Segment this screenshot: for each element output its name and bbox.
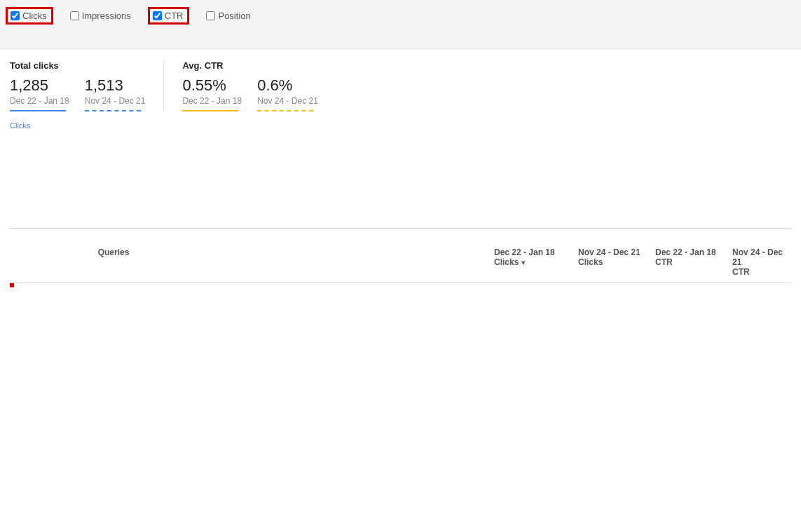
legend-line-solid-blue: [10, 110, 66, 111]
scorecard-ctr: Avg. CTR 0.55% Dec 22 - Jan 18 0.6% Nov …: [182, 60, 336, 111]
metric-impressions-label: Impressions: [82, 11, 131, 21]
metric-position-label: Position: [218, 11, 250, 21]
queries-table: Queries Dec 22 - Jan 18 Clicks Nov 24 - …: [10, 242, 791, 283]
scorecard-clicks-b: 1,513 Nov 24 - Dec 21: [85, 76, 146, 111]
th-clicks-b[interactable]: Nov 24 - Dec 21 Clicks: [574, 242, 651, 283]
legend-line-dash-orange: [257, 110, 313, 111]
th-index: [10, 242, 94, 283]
th-clicks-a[interactable]: Dec 22 - Jan 18 Clicks: [490, 242, 574, 283]
legend-line-solid-orange: [182, 110, 238, 111]
scorecard-clicks-a-date: Dec 22 - Jan 18: [10, 96, 69, 106]
metric-impressions-checkbox[interactable]: [70, 11, 79, 20]
metric-clicks-label: Clicks: [22, 11, 47, 21]
legend-line-dash-blue: [85, 110, 141, 111]
th-ctr-a[interactable]: Dec 22 - Jan 18 CTR: [651, 242, 728, 283]
scorecards-row: Total clicks 1,285 Dec 22 - Jan 18 1,513…: [10, 60, 791, 111]
ctr-columns-highlight: [10, 283, 14, 287]
chart-section: Clicks: [10, 121, 791, 229]
metric-ctr-checkbox[interactable]: [153, 11, 162, 20]
scorecard-clicks: Total clicks 1,285 Dec 22 - Jan 18 1,513…: [10, 60, 163, 111]
scorecard-ctr-b: 0.6% Nov 24 - Dec 21: [257, 76, 318, 111]
scorecard-ctr-a-date: Dec 22 - Jan 18: [182, 96, 242, 106]
metric-ctr[interactable]: CTR: [148, 7, 190, 25]
metric-clicks-checkbox[interactable]: [11, 11, 20, 20]
chart-title: Clicks: [10, 121, 791, 130]
metric-ctr-label: CTR: [165, 11, 184, 21]
th-ctr-b[interactable]: Nov 24 - Dec 21 CTR: [728, 242, 791, 283]
scorecard-clicks-title: Total clicks: [10, 60, 145, 71]
chart-svg: [25, 131, 791, 229]
scorecard-ctr-a: 0.55% Dec 22 - Jan 18: [182, 76, 242, 111]
scorecard-clicks-b-value: 1,513: [85, 76, 146, 95]
chart-area[interactable]: [10, 131, 791, 229]
metric-position-checkbox[interactable]: [206, 11, 215, 20]
scorecard-ctr-a-value: 0.55%: [182, 76, 242, 95]
metric-clicks[interactable]: Clicks: [6, 7, 53, 25]
metrics-row: Clicks Impressions CTR Position: [10, 7, 791, 32]
score-separator: [163, 60, 164, 109]
scorecard-clicks-a: 1,285 Dec 22 - Jan 18: [10, 76, 69, 111]
metric-position[interactable]: Position: [206, 11, 250, 21]
filters-row: [10, 32, 791, 48]
scorecard-clicks-b-date: Nov 24 - Dec 21: [85, 96, 146, 106]
sort-desc-icon: [519, 257, 526, 267]
scorecard-ctr-b-date: Nov 24 - Dec 21: [257, 96, 318, 106]
scorecard-ctr-title: Avg. CTR: [182, 60, 317, 71]
queries-table-wrap: Queries Dec 22 - Jan 18 Clicks Nov 24 - …: [10, 242, 791, 283]
scorecard-ctr-b-value: 0.6%: [257, 76, 318, 95]
scorecard-clicks-a-value: 1,285: [10, 76, 69, 95]
th-queries[interactable]: Queries: [94, 242, 490, 283]
metric-impressions[interactable]: Impressions: [70, 11, 131, 21]
top-filter-bar: Clicks Impressions CTR Position: [0, 0, 801, 49]
